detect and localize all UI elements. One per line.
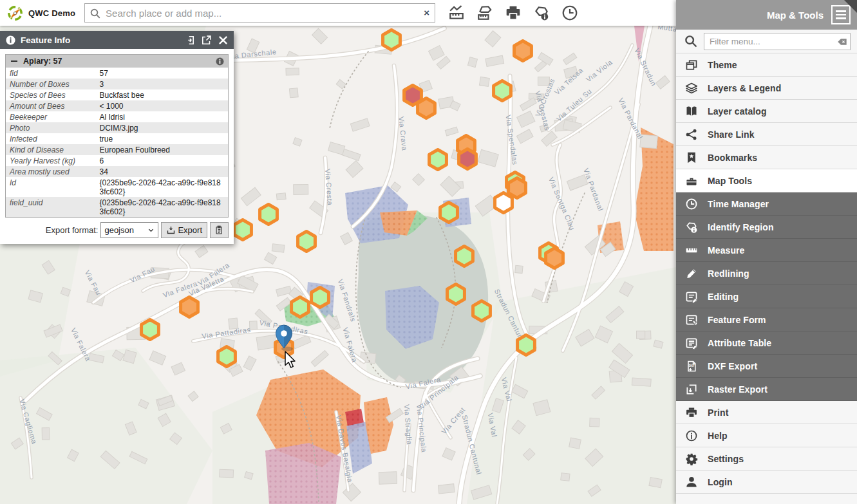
info-icon	[5, 35, 16, 46]
search-clear-icon[interactable]: ×	[424, 7, 429, 18]
apiary-marker-green[interactable]	[142, 320, 159, 340]
sidebar-item-label: Bookmarks	[708, 153, 757, 163]
attribute-value: {0235be9c-2026-42ac-a99c-f9e8183fc602}	[96, 177, 229, 197]
sidebar-item-dxf-export[interactable]: DXFDXF Export	[676, 355, 857, 378]
apiary-marker-green[interactable]	[473, 301, 491, 321]
dock-panel-icon[interactable]	[184, 35, 195, 46]
apiary-marker-orange[interactable]	[181, 297, 198, 317]
raster-export-icon	[684, 382, 698, 396]
sidebar-filter-row	[676, 30, 857, 53]
apiary-marker-green[interactable]	[298, 232, 315, 252]
ruler-icon	[684, 243, 698, 257]
sidebar-item-label: Editing	[708, 292, 739, 302]
apiary-marker-green[interactable]	[429, 150, 447, 170]
sidebar-item-redlining[interactable]: Redlining	[676, 262, 857, 285]
sidebar-item-help[interactable]: Help	[676, 424, 857, 447]
print-tool-icon[interactable]	[504, 3, 523, 23]
sidebar-item-identify-region[interactable]: Identify Region	[676, 216, 857, 239]
sidebar-item-theme[interactable]: Theme	[676, 53, 857, 77]
collapse-icon[interactable]	[11, 61, 17, 62]
apiary-marker-green[interactable]	[447, 285, 465, 304]
sidebar-item-layers-legend[interactable]: Layers & Legend	[676, 77, 857, 100]
user-icon	[684, 475, 698, 489]
apiary-marker-green[interactable]	[312, 288, 329, 308]
download-icon	[166, 225, 176, 235]
qwc-logo-icon	[6, 5, 24, 22]
attribute-label: fid	[6, 68, 96, 79]
sidebar-item-settings[interactable]: Settings	[676, 447, 857, 471]
apiary-marker-green[interactable]	[440, 203, 458, 223]
apiary-marker-red[interactable]	[459, 149, 476, 169]
search-input[interactable]	[104, 7, 417, 19]
sidebar-item-label: Settings	[708, 454, 744, 464]
export-button[interactable]: Export	[161, 222, 207, 238]
sidebar-item-time-manager[interactable]: Time Manager	[676, 192, 857, 216]
attribute-row: Area mostly used34	[6, 166, 229, 177]
apiary-marker-green[interactable]	[292, 297, 309, 317]
feature-group-title: Apiary: 57	[23, 57, 216, 66]
export-row: Export format: geojson Export	[5, 222, 229, 238]
sidebar-item-label: Map Tools	[708, 176, 752, 186]
attribute-table: Apiary: 57 fid57Number of Boxes3Species …	[5, 54, 229, 218]
measure-tool-icon[interactable]	[447, 3, 466, 23]
sidebar-item-layer-catalog[interactable]: Layer catalog	[676, 100, 857, 123]
attribute-label: field_uuid	[6, 197, 96, 218]
close-panel-icon[interactable]	[218, 35, 229, 46]
feature-info-icon[interactable]	[216, 57, 224, 66]
apiary-marker-green[interactable]	[234, 220, 252, 240]
feature-info-panel: Feature Info Apiary: 57 fid57Numb	[0, 31, 234, 244]
attribute-row: field_uuid{0235be9c-2026-42ac-a99c-f9e81…	[6, 197, 229, 218]
attribute-table-icon	[684, 336, 698, 350]
sidebar-item-label: DXF Export	[708, 361, 757, 371]
attribute-value: {0235be9c-2026-42ac-a99c-f9e8183fc602}	[96, 197, 229, 218]
attribute-value: DCIM/3.jpg	[96, 122, 229, 133]
apiary-marker-orange[interactable]	[514, 41, 532, 61]
apiary-marker-green[interactable]	[383, 30, 400, 50]
apiary-marker-green[interactable]	[260, 205, 278, 225]
layers-icon	[684, 81, 698, 95]
attribute-value: 3	[96, 79, 229, 89]
sidebar-item-label: Layer catalog	[708, 106, 767, 117]
sidebar-item-label: Login	[708, 477, 733, 487]
apiary-marker-green[interactable]	[218, 347, 236, 367]
apiary-marker-green[interactable]	[456, 247, 473, 266]
apiary-marker-white[interactable]	[495, 193, 513, 213]
sidebar-item-editing[interactable]: Editing	[676, 285, 857, 308]
apiary-marker-orange[interactable]	[509, 178, 526, 198]
attribute-label: Kind of Disease	[6, 144, 96, 155]
attribute-value: true	[96, 133, 229, 144]
export-format-select[interactable]: geojson	[100, 222, 158, 238]
attribute-value: European Foulbreed	[96, 144, 229, 155]
search-icon	[89, 8, 101, 19]
filter-clear-icon[interactable]	[837, 37, 847, 47]
apiary-marker-orange[interactable]	[546, 248, 563, 268]
attribute-label: Number of Boxes	[6, 79, 96, 89]
attribute-row: Amount of Bees< 1000	[6, 100, 229, 111]
apiary-marker-orange[interactable]	[418, 98, 435, 118]
feature-group-row[interactable]: Apiary: 57	[6, 55, 229, 68]
gear-icon	[684, 452, 698, 465]
sidebar-item-login[interactable]: Login	[676, 471, 857, 494]
attribute-row: Species of BeesBuckfast bee	[6, 89, 229, 100]
sidebar-item-attribute-table[interactable]: Attribute Table	[676, 331, 857, 355]
sidebar-item-map-tools[interactable]: Map Tools	[676, 169, 857, 192]
qwc-app: Via DarschaleMuttaVia TeissaVia ViolaVia…	[0, 0, 857, 504]
measure-area-tool-icon[interactable]	[475, 3, 494, 23]
editing-icon	[684, 290, 698, 303]
search-box[interactable]: ×	[84, 3, 435, 23]
sidebar-item-print[interactable]: Print	[676, 401, 857, 424]
maximize-panel-icon[interactable]	[201, 35, 212, 46]
sidebar-item-raster-export[interactable]: Raster Export	[676, 378, 857, 401]
apiary-marker-green[interactable]	[494, 81, 511, 101]
sidebar-item-measure[interactable]: Measure	[676, 239, 857, 262]
sidebar-item-feature-form[interactable]: Feature Form	[676, 308, 857, 331]
filter-menu-input[interactable]	[704, 33, 851, 50]
sidebar-item-share-link[interactable]: Share Link	[676, 123, 857, 146]
identify-region-tool-icon[interactable]	[532, 3, 551, 23]
time-manager-tool-icon[interactable]	[560, 3, 579, 23]
copy-to-clipboard-button[interactable]	[210, 222, 229, 238]
sidebar-item-bookmarks[interactable]: Bookmarks	[676, 146, 857, 169]
sidebar-items: ThemeLayers & LegendLayer catalogShare L…	[676, 53, 857, 494]
apiary-marker-green[interactable]	[518, 335, 535, 355]
sidebar-item-label: Time Manager	[708, 199, 769, 209]
